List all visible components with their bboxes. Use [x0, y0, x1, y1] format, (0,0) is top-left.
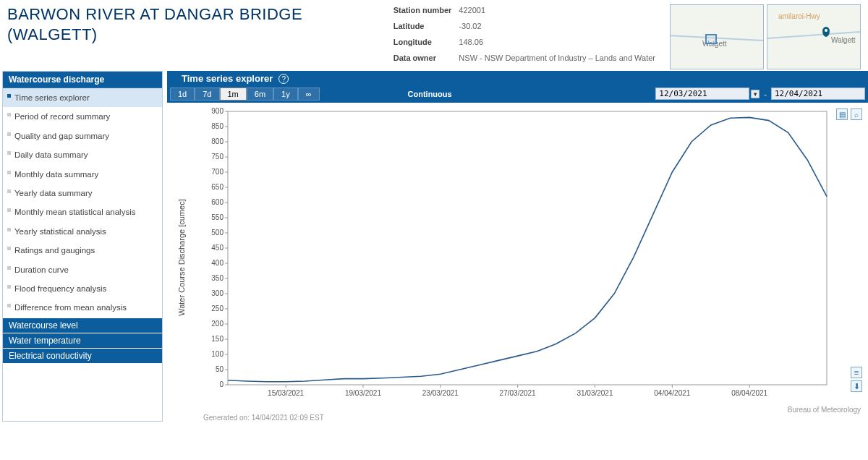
dropdown-icon[interactable]: ▼	[751, 90, 760, 98]
svg-text:23/03/2021: 23/03/2021	[422, 389, 459, 397]
svg-text:0: 0	[219, 380, 224, 388]
sidebar: Watercourse discharge Time series explor…	[2, 71, 163, 422]
range-button-1m[interactable]: 1m	[220, 88, 247, 101]
panel-title: Time series explorer	[182, 73, 273, 84]
svg-text:31/03/2021: 31/03/2021	[576, 389, 613, 397]
meta-val: 422001	[459, 6, 661, 20]
meta-val: -30.02	[459, 22, 661, 36]
svg-text:600: 600	[211, 198, 224, 206]
date-from-input[interactable]	[655, 88, 749, 100]
date-to-input[interactable]	[771, 88, 865, 100]
sidebar-item[interactable]: Ratings and gaugings	[3, 241, 162, 260]
help-icon[interactable]: ?	[278, 74, 289, 84]
svg-text:350: 350	[211, 274, 224, 282]
attribution: Bureau of Meteorology	[788, 406, 861, 414]
generated-note: Generated on: 14/04/2021 02:09 EST	[167, 412, 868, 422]
continuous-label: Continuous	[408, 90, 452, 98]
context-map-wide[interactable]: Walgett	[670, 4, 764, 69]
station-metadata: Station number422001 Latitude-30.02 Long…	[392, 4, 663, 69]
svg-text:50: 50	[216, 365, 224, 373]
sidebar-item[interactable]: Yearly data summary	[3, 184, 162, 203]
svg-text:750: 750	[211, 153, 224, 161]
sidebar-item[interactable]: Quality and gap summary	[3, 127, 162, 145]
meta-val: NSW - NSW Department of Industry – Lands…	[459, 54, 661, 68]
toolbar: 1d7d1m6m1y∞ Continuous ▼ -	[167, 86, 868, 103]
svg-text:250: 250	[211, 304, 224, 312]
sidebar-item[interactable]: Difference from mean analysis	[3, 298, 162, 317]
chart-tool-menu-icon[interactable]: ≡	[851, 367, 862, 378]
map-marker-icon	[822, 27, 830, 37]
meta-key: Data owner	[393, 54, 458, 68]
svg-text:19/03/2021: 19/03/2021	[345, 389, 381, 397]
meta-key: Longitude	[393, 38, 458, 52]
svg-text:200: 200	[211, 320, 224, 328]
svg-text:550: 550	[211, 213, 224, 221]
svg-text:300: 300	[211, 289, 224, 297]
svg-text:800: 800	[211, 137, 224, 145]
range-button-∞[interactable]: ∞	[298, 88, 320, 101]
svg-text:08/04/2021: 08/04/2021	[731, 389, 767, 397]
svg-text:500: 500	[211, 229, 224, 237]
range-button-7d[interactable]: 7d	[195, 88, 219, 101]
sidebar-item[interactable]: Time series explorer	[3, 88, 162, 107]
sidebar-item[interactable]: Period of record summary	[3, 107, 162, 126]
svg-text:04/04/2021: 04/04/2021	[654, 389, 690, 397]
sidebar-item[interactable]: Monthly data summary	[3, 165, 162, 184]
sidebar-item[interactable]: Monthly mean statistical analysis	[3, 203, 162, 221]
svg-text:700: 700	[211, 168, 224, 176]
context-map-zoom[interactable]: amilaroi-Hwy Walgett	[767, 4, 861, 69]
y-axis-label: Water Course Discharge [cumec]	[177, 199, 186, 316]
page-title: BARWON RIVER AT DANGAR BRIDGE (WALGETT)	[7, 4, 378, 44]
sidebar-item[interactable]: Duration curve	[3, 260, 162, 279]
svg-text:15/03/2021: 15/03/2021	[268, 389, 304, 397]
svg-text:850: 850	[211, 122, 224, 130]
sidebar-section-discharge[interactable]: Watercourse discharge	[3, 72, 162, 88]
range-button-6m[interactable]: 6m	[247, 88, 273, 101]
sidebar-section[interactable]: Electrical conductivity	[3, 348, 162, 363]
sidebar-section[interactable]: Water temperature	[3, 333, 162, 348]
svg-text:400: 400	[211, 259, 224, 267]
panel-header: Time series explorer ?	[167, 71, 868, 86]
sidebar-item[interactable]: Daily data summary	[3, 145, 162, 164]
range-button-1y[interactable]: 1y	[273, 88, 298, 101]
svg-text:27/03/2021: 27/03/2021	[500, 389, 536, 397]
range-button-1d[interactable]: 1d	[170, 88, 195, 101]
svg-rect-0	[228, 111, 827, 385]
sidebar-item[interactable]: Yearly statistical analysis	[3, 222, 162, 241]
chart-tool-zoom-icon[interactable]: ⌕	[851, 108, 862, 120]
svg-text:900: 900	[211, 107, 224, 115]
date-separator: -	[761, 90, 770, 98]
chart-tool-download-icon[interactable]: ⬇	[851, 380, 862, 392]
svg-text:450: 450	[211, 244, 224, 252]
meta-key: Station number	[393, 6, 458, 20]
chart: Water Course Discharge [cumec] ▤ ⌕ ≡ ⬇ 0…	[167, 103, 868, 412]
sidebar-section[interactable]: Watercourse level	[3, 318, 162, 333]
chart-plot[interactable]: 0501001502002503003504004505005506006507…	[202, 107, 851, 405]
svg-text:100: 100	[211, 350, 224, 358]
meta-key: Latitude	[393, 22, 458, 36]
svg-text:650: 650	[211, 183, 224, 191]
svg-text:150: 150	[211, 335, 224, 343]
sidebar-item[interactable]: Flood frequency analysis	[3, 279, 162, 298]
meta-val: 148.06	[459, 38, 661, 52]
